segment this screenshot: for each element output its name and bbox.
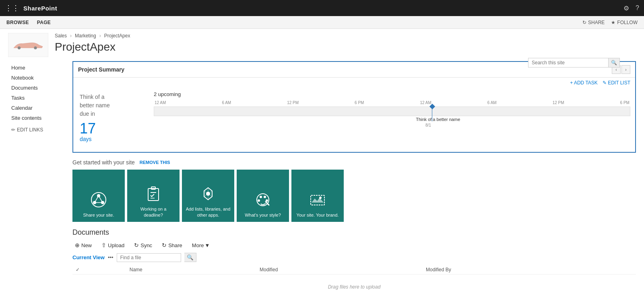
find-file-input[interactable]: [117, 253, 181, 262]
doc-toolbar: ⊕ New ⇧ Upload ↻ Sync ↻ Share More ▼: [72, 241, 636, 250]
tile-label: Share your site.: [83, 212, 114, 218]
settings-icon[interactable]: ⚙: [623, 4, 629, 12]
breadcrumb-projectapex[interactable]: ProjectApex: [104, 33, 130, 39]
timeline-bar: [154, 107, 630, 116]
doc-table: ✓ Name Modified Modified By Drag files h…: [72, 265, 636, 295]
tile-add-apps[interactable]: Add lists, libraries, and other apps.: [182, 170, 234, 222]
col-name: Name: [126, 265, 256, 275]
search-button[interactable]: 🔍: [609, 58, 620, 68]
tile-deadline[interactable]: Working on a deadline?: [127, 170, 180, 222]
sync-icon: ↻: [134, 242, 139, 248]
top-bar-right: ⚙ ?: [623, 4, 639, 12]
more-button[interactable]: More ▼: [190, 241, 213, 250]
ps-days-count: 17: [80, 121, 147, 136]
help-icon[interactable]: ?: [636, 4, 639, 12]
breadcrumb-marketing[interactable]: Marketing: [75, 33, 96, 39]
sidebar-item-calendar[interactable]: Calendar: [8, 103, 72, 113]
ps-right: 2 upcoming 12 AM 6 AM 12 PM 6 PM 12 AM 6…: [154, 88, 635, 147]
sidebar-item-site-contents[interactable]: Site contents: [8, 113, 72, 123]
ps-upcoming: 2 upcoming: [154, 91, 630, 97]
col-modified: Modified: [256, 265, 423, 275]
follow-action[interactable]: ★ FOLLOW: [611, 20, 638, 25]
breadcrumb: Sales › Marketing › ProjectApex: [55, 33, 636, 39]
marker-diamond: [429, 104, 435, 109]
tile-label: What's your style?: [245, 212, 281, 218]
tile-label: Your site. Your brand.: [297, 212, 339, 218]
get-started-header: Get started with your site REMOVE THIS: [72, 159, 636, 166]
add-task-button[interactable]: + ADD TASK: [570, 80, 598, 86]
sidebar-item-documents[interactable]: Documents: [8, 83, 72, 93]
new-button[interactable]: ⊕ New: [72, 241, 94, 250]
ps-body: Think of abetter namedue in 17 days 2 up…: [73, 88, 635, 152]
page-tab[interactable]: PAGE: [37, 20, 51, 25]
svg-point-1: [34, 47, 37, 49]
tiles-row: Share your site. Working on a deadline?: [72, 170, 636, 222]
svg-line-7: [99, 196, 103, 203]
edit-links-button[interactable]: ✏ EDIT LINKS: [8, 125, 72, 135]
get-started-title: Get started with your site: [72, 159, 135, 166]
top-bar: ⋮⋮ SharePoint ⚙ ?: [0, 0, 644, 16]
star-icon: ★: [611, 20, 615, 25]
documents-section: Documents ⊕ New ⇧ Upload ↻ Sync ↻ Share: [72, 228, 636, 295]
apps-icon: [198, 184, 218, 204]
tile-brand[interactable]: Your site. Your brand.: [291, 170, 344, 222]
ps-task-description: Think of abetter namedue in: [80, 93, 147, 118]
documents-title: Documents: [72, 228, 636, 237]
share-icon: ↻: [582, 20, 586, 25]
content-area: Project Summary ‹ › + ADD TASK ✎ EDIT LI…: [72, 61, 636, 295]
header-right: Sales › Marketing › ProjectApex ProjectA…: [55, 33, 636, 54]
drag-files-label: Drag files here to upload: [76, 276, 633, 295]
tile-style[interactable]: What's your style?: [237, 170, 289, 222]
current-view-link[interactable]: Current View: [72, 254, 105, 260]
breadcrumb-sales[interactable]: Sales: [55, 33, 67, 39]
sidebar-item-tasks[interactable]: Tasks: [8, 93, 72, 103]
search-box-container: 🔍: [528, 58, 620, 68]
ps-actions: + ADD TASK ✎ EDIT LIST: [73, 78, 635, 88]
upload-icon: ⇧: [101, 242, 106, 248]
tile-label: Add lists, libraries, and other apps.: [185, 206, 231, 218]
svg-point-22: [258, 199, 260, 202]
upload-button[interactable]: ⇧ Upload: [99, 241, 127, 250]
sub-nav-left: BROWSE PAGE: [6, 20, 51, 25]
chevron-down-icon: ▼: [204, 242, 210, 248]
marker-task-date: 8/1: [425, 123, 431, 127]
svg-point-0: [18, 47, 21, 49]
share-doc-button[interactable]: ↻ Share: [159, 241, 185, 250]
view-more-button[interactable]: •••: [108, 254, 114, 260]
ps-days-label: days: [80, 136, 147, 142]
sharepoint-logo: SharePoint: [23, 5, 57, 12]
image-icon: [308, 190, 328, 210]
sidebar-item-notebook[interactable]: Notebook: [8, 73, 72, 83]
col-check: ✓: [72, 265, 83, 275]
waffle-icon[interactable]: ⋮⋮: [5, 4, 19, 12]
main-content: Home Notebook Documents Tasks Calendar S…: [0, 57, 644, 295]
sync-button[interactable]: ↻ Sync: [132, 241, 155, 250]
svg-point-25: [319, 197, 322, 199]
remove-this-button[interactable]: REMOVE THIS: [140, 160, 170, 165]
edit-list-button[interactable]: ✎ EDIT LIST: [603, 80, 630, 86]
ps-title: Project Summary: [78, 66, 124, 73]
browse-tab[interactable]: BROWSE: [6, 20, 29, 25]
car-logo-svg: [10, 37, 46, 53]
clipboard-icon: [143, 184, 163, 204]
svg-point-20: [264, 196, 266, 198]
timeline-labels: 12 AM 6 AM 12 PM 6 PM 12 AM 6 AM 12 PM 6…: [154, 100, 630, 105]
doc-view-row: Current View ••• 🔍: [72, 253, 636, 262]
project-summary-widget: Project Summary ‹ › + ADD TASK ✎ EDIT LI…: [72, 61, 636, 153]
tile-label: Working on a deadline?: [130, 206, 176, 218]
sidebar: Home Notebook Documents Tasks Calendar S…: [8, 61, 72, 295]
search-input[interactable]: [528, 58, 609, 68]
sidebar-item-home[interactable]: Home: [8, 63, 72, 73]
table-row: Drag files here to upload: [72, 275, 636, 295]
palette-icon: [253, 190, 273, 210]
table-header-row: ✓ Name Modified Modified By: [72, 265, 636, 275]
edit-icon: ✏: [11, 127, 15, 133]
ps-next-btn[interactable]: ›: [621, 65, 630, 74]
timeline-container: 12 AM 6 AM 12 PM 6 PM 12 AM 6 AM 12 PM 6…: [154, 100, 630, 133]
col-type: [83, 265, 126, 275]
tile-share-site[interactable]: Share your site.: [72, 170, 125, 222]
share-action[interactable]: ↻ SHARE: [582, 20, 605, 25]
find-file-button[interactable]: 🔍: [184, 253, 196, 262]
svg-rect-24: [311, 195, 324, 205]
plus-circle-icon: ⊕: [75, 242, 80, 248]
